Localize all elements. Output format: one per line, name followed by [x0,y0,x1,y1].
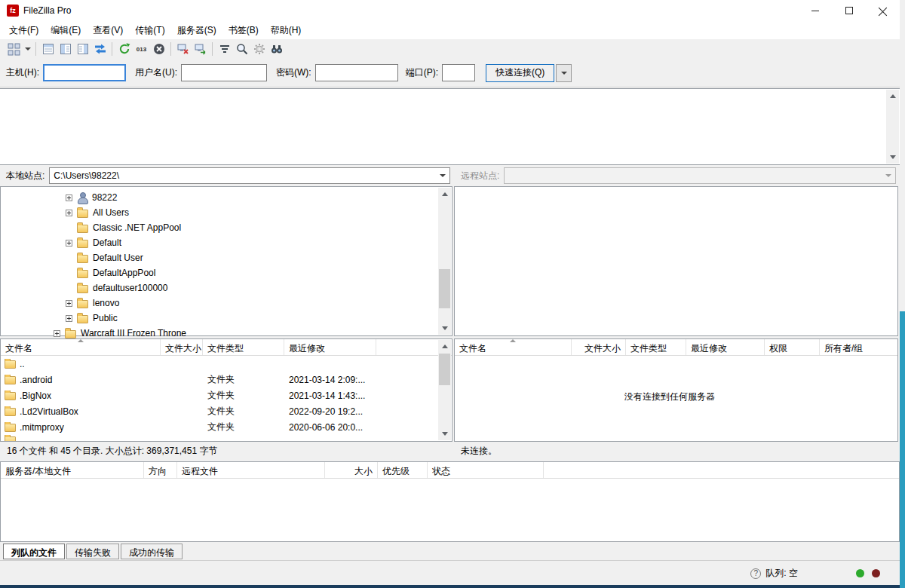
expand-icon[interactable] [54,330,60,337]
local-status-strip: 16 个文件 和 45 个目录. 大小总计: 369,371,451 字节 [0,442,452,461]
local-file-list[interactable]: 文件名 文件大小 文件类型 最近修改 .. .android 文件夹 2021-… [0,338,452,442]
column-header-owner-group[interactable]: 所有者/组 [820,339,897,355]
column-header-filesize[interactable]: 文件大小 [161,339,203,355]
menu-file[interactable]: 文件(F) [3,21,44,40]
tree-item-lenovo[interactable]: lenovo [1,296,452,311]
minimize-button[interactable] [798,0,832,21]
help-circle-icon[interactable] [750,568,761,579]
tree-item-98222[interactable]: 98222 [1,190,452,205]
remote-file-list[interactable]: 文件名 文件大小 文件类型 最近修改 权限 所有者/组 没有连接到任何服务器 [454,338,898,442]
scrollbar-thumb[interactable] [439,269,450,308]
toggle-remote-tree-icon[interactable] [74,41,91,57]
remote-site-label: 远程站点: [461,170,499,182]
scroll-down-icon[interactable] [886,151,899,164]
list-item-mitmproxy[interactable]: .mitmproxy 文件夹 2020-06-06 20:0... [1,419,452,435]
column-header-filename[interactable]: 文件名 [1,339,161,355]
local-site-combobox[interactable]: C:\Users\98222\ [49,167,450,184]
maximize-button[interactable] [832,0,866,21]
tree-item-public[interactable]: Public [1,311,452,326]
username-input[interactable] [181,64,267,81]
quickconnect-button[interactable]: 快速连接(Q) [486,64,554,82]
expand-icon[interactable] [66,210,72,216]
message-log[interactable] [0,88,900,165]
password-input[interactable] [315,64,398,81]
queue-tabs: 列队的文件 传输失败 成功的传输 [3,544,183,559]
synchronized-browsing-icon[interactable] [91,41,109,57]
column-header-status[interactable]: 状态 [428,462,544,478]
settings-gear-icon[interactable] [250,41,268,57]
remote-directory-tree[interactable] [454,186,898,336]
quickconnect-dropdown-button[interactable] [556,64,572,82]
column-header-priority[interactable]: 优先级 [378,462,428,478]
site-manager-icon[interactable] [5,41,23,57]
reconnect-icon[interactable] [192,41,209,57]
process-queue-icon[interactable] [133,41,150,57]
local-list-scrollbar[interactable] [438,340,451,440]
scroll-up-icon[interactable] [886,90,899,103]
column-header-permissions[interactable]: 权限 [765,339,820,355]
host-label: 主机(H): [6,66,39,79]
tab-successful-transfers[interactable]: 成功的传输 [121,544,183,559]
list-item-android[interactable]: .android 文件夹 2021-03-14 2:09:... [1,372,452,387]
list-item-ld2virtualbox[interactable]: .Ld2VirtualBox 文件夹 2022-09-20 19:2... [1,403,452,419]
menu-help[interactable]: 帮助(H) [265,21,308,40]
column-header-size[interactable]: 大小 [325,462,378,478]
expand-icon[interactable] [66,194,72,201]
local-directory-tree[interactable]: 98222 All Users Classic .NET AppPool Def… [0,186,452,336]
tree-item-default-user[interactable]: Default User [1,250,452,265]
column-header-filename[interactable]: 文件名 [455,339,572,355]
column-header-filesize[interactable]: 文件大小 [572,339,626,355]
tree-item-defaultuser100000[interactable]: defaultuser100000 [1,280,452,296]
close-button[interactable] [866,0,900,21]
disconnect-icon[interactable] [174,41,192,57]
log-scrollbar[interactable] [886,90,899,164]
scroll-up-icon[interactable] [438,340,451,353]
column-header-modified[interactable]: 最近修改 [686,339,765,355]
tab-failed-transfers[interactable]: 传输失败 [66,544,119,559]
toggle-local-tree-icon[interactable] [57,41,74,57]
folder-icon [77,210,88,218]
column-header-filetype[interactable]: 文件类型 [626,339,686,355]
folder-icon [77,270,88,278]
local-tree-scrollbar[interactable] [438,188,451,335]
menu-view[interactable]: 查看(V) [87,21,129,40]
tree-item-all-users[interactable]: All Users [1,205,452,220]
scrollbar-thumb[interactable] [439,354,450,385]
local-site-row: 本地站点: C:\Users\98222\ [0,167,452,185]
list-item-parent-dir[interactable]: .. [1,356,452,372]
tab-queued-files[interactable]: 列队的文件 [3,544,65,559]
scroll-down-icon[interactable] [438,322,451,335]
menu-bookmarks[interactable]: 书签(B) [222,21,265,40]
list-item-partial[interactable] [1,435,452,442]
column-header-modified[interactable]: 最近修改 [284,339,376,355]
expand-icon[interactable] [66,240,72,247]
menu-transfer[interactable]: 传输(T) [129,21,170,40]
column-header-direction[interactable]: 方向 [144,462,177,478]
column-header-server-local-file[interactable]: 服务器/本地文件 [1,462,144,478]
scroll-down-icon[interactable] [438,427,451,440]
transfer-queue[interactable]: 服务器/本地文件 方向 远程文件 大小 优先级 状态 [0,461,900,542]
scroll-up-icon[interactable] [438,188,451,201]
list-item-bignox[interactable]: .BigNox 文件夹 2021-03-14 1:43:... [1,387,452,403]
column-header-remote-file[interactable]: 远程文件 [177,462,325,478]
tree-item-defaultapppool[interactable]: DefaultAppPool [1,265,452,280]
expand-icon[interactable] [66,315,72,322]
titlebar[interactable]: FileZilla Pro [0,0,900,21]
menu-server[interactable]: 服务器(S) [171,21,222,40]
directory-comparison-icon[interactable] [233,41,250,57]
refresh-icon[interactable] [115,41,133,57]
port-input[interactable] [442,64,475,81]
menu-edit[interactable]: 编辑(E) [44,21,87,40]
find-files-binoculars-icon[interactable] [268,41,285,57]
tree-item-classic-net-apppool[interactable]: Classic .NET AppPool [1,220,452,235]
filter-icon[interactable] [216,41,233,57]
column-header-filetype[interactable]: 文件类型 [203,339,284,355]
cancel-operation-icon[interactable] [150,41,167,57]
local-site-path: C:\Users\98222\ [54,170,119,181]
expand-icon[interactable] [66,300,72,307]
chevron-down-icon[interactable] [436,168,449,183]
toggle-message-log-icon[interactable] [39,41,57,57]
host-input[interactable] [43,64,126,81]
site-manager-dropdown-icon[interactable] [23,41,32,57]
tree-item-default[interactable]: Default [1,235,452,250]
